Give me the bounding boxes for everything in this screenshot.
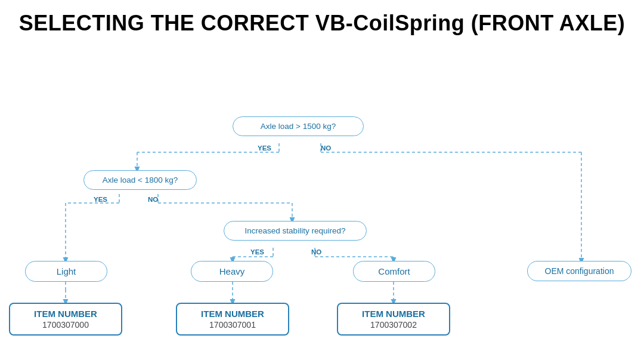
result-heavy: Heavy [191, 261, 273, 282]
page-title: SELECTING THE CORRECT VB-CoilSpring (FRO… [0, 0, 644, 42]
axle-1800-no-label: NO [148, 196, 158, 203]
result-light: Light [25, 261, 107, 282]
item-box-0: ITEM NUMBER 1700307000 [9, 303, 122, 336]
item-box-2: ITEM NUMBER 1700307002 [337, 303, 450, 336]
axle-1500-yes-label: YES [258, 144, 271, 152]
stability-no-label: NO [311, 248, 321, 256]
stability-yes-label: YES [250, 248, 264, 256]
decision-stability: Increased stability required? [224, 221, 367, 241]
result-oem: OEM configuration [527, 261, 631, 281]
axle-1500-no-label: NO [321, 144, 331, 152]
decision-axle-1800: Axle load < 1800 kg? [83, 170, 197, 190]
axle-1800-yes-label: YES [94, 196, 107, 203]
result-comfort: Comfort [353, 261, 435, 282]
decision-axle-1500: Axle load > 1500 kg? [233, 116, 364, 136]
diagram-area: Axle load > 1500 kg? YES NO Axle load < … [0, 45, 644, 349]
item-box-1: ITEM NUMBER 1700307001 [176, 303, 289, 336]
